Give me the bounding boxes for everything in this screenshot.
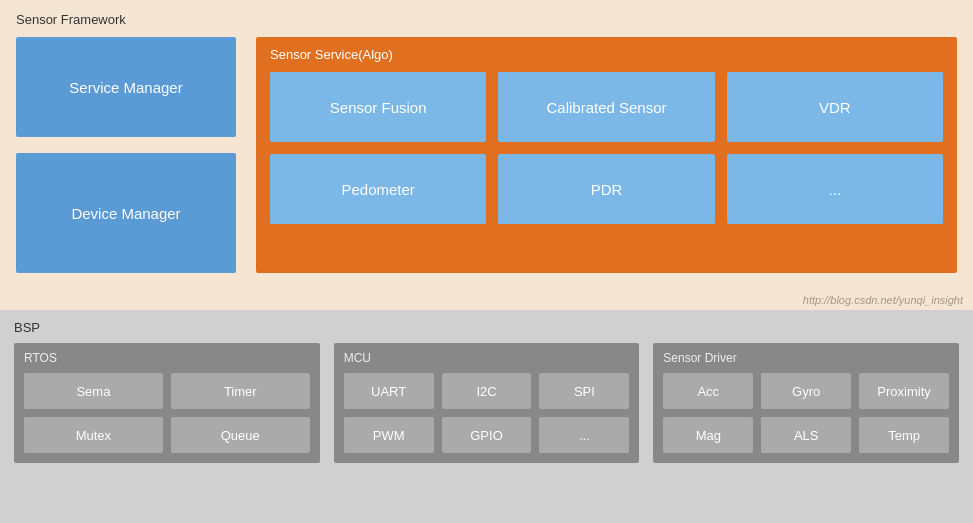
algo-box-pdr: PDR [498,154,714,224]
sensor-service-label: Sensor Service(Algo) [270,47,943,62]
bsp-item-spi: SPI [539,373,629,409]
bsp-mcu-grid: UART I2C SPI PWM GPIO ... [344,373,630,453]
sensor-framework-label: Sensor Framework [16,12,957,27]
service-manager-box: Service Manager [16,37,236,137]
bsp-item-mag: Mag [663,417,753,453]
sensor-service: Sensor Service(Algo) Sensor Fusion Calib… [256,37,957,273]
bsp-item-mutex: Mutex [24,417,163,453]
bsp-item-mcu-ellipsis: ... [539,417,629,453]
watermark: http://blog.csdn.net/yunqi_insight [803,294,963,306]
bsp-content: RTOS Sema Timer Mutex Queue MCU UART I2C… [14,343,959,463]
left-managers: Service Manager Device Manager [16,37,236,273]
bsp-item-acc: Acc [663,373,753,409]
bsp-group-mcu: MCU UART I2C SPI PWM GPIO ... [334,343,640,463]
algo-label-calibrated-sensor: Calibrated Sensor [546,99,666,116]
bsp-item-als: ALS [761,417,851,453]
algo-box-vdr: VDR [727,72,943,142]
bsp-mcu-label: MCU [344,351,630,365]
bsp-item-temp: Temp [859,417,949,453]
device-manager-box: Device Manager [16,153,236,273]
algo-label-vdr: VDR [819,99,851,116]
algo-label-sensor-fusion: Sensor Fusion [330,99,427,116]
bsp-item-gyro: Gyro [761,373,851,409]
bsp-rtos-grid: Sema Timer Mutex Queue [24,373,310,453]
bsp-rtos-label: RTOS [24,351,310,365]
bsp-item-pwm: PWM [344,417,434,453]
service-manager-label: Service Manager [69,79,182,96]
algo-box-ellipsis: ... [727,154,943,224]
algo-grid: Sensor Fusion Calibrated Sensor VDR Pedo… [270,72,943,224]
bsp-item-proximity: Proximity [859,373,949,409]
bsp-item-gpio: GPIO [442,417,532,453]
bsp-group-rtos: RTOS Sema Timer Mutex Queue [14,343,320,463]
bsp-group-sensor-driver: Sensor Driver Acc Gyro Proximity Mag ALS… [653,343,959,463]
bsp-item-uart: UART [344,373,434,409]
bsp-item-i2c: I2C [442,373,532,409]
bsp-item-sema: Sema [24,373,163,409]
algo-label-pedometer: Pedometer [341,181,414,198]
bsp-label: BSP [14,320,959,335]
algo-box-pedometer: Pedometer [270,154,486,224]
algo-box-sensor-fusion: Sensor Fusion [270,72,486,142]
main-container: Sensor Framework Service Manager Device … [0,0,973,523]
bsp-item-queue: Queue [171,417,310,453]
sensor-framework: Sensor Framework Service Manager Device … [0,0,973,310]
bsp-item-timer: Timer [171,373,310,409]
algo-label-ellipsis: ... [829,181,842,198]
algo-label-pdr: PDR [591,181,623,198]
bsp-sensor-driver-label: Sensor Driver [663,351,949,365]
bsp-sensor-driver-grid: Acc Gyro Proximity Mag ALS Temp [663,373,949,453]
bsp-section: BSP RTOS Sema Timer Mutex Queue MCU UART… [0,310,973,523]
device-manager-label: Device Manager [71,205,180,222]
framework-content: Service Manager Device Manager Sensor Se… [16,37,957,273]
algo-box-calibrated-sensor: Calibrated Sensor [498,72,714,142]
